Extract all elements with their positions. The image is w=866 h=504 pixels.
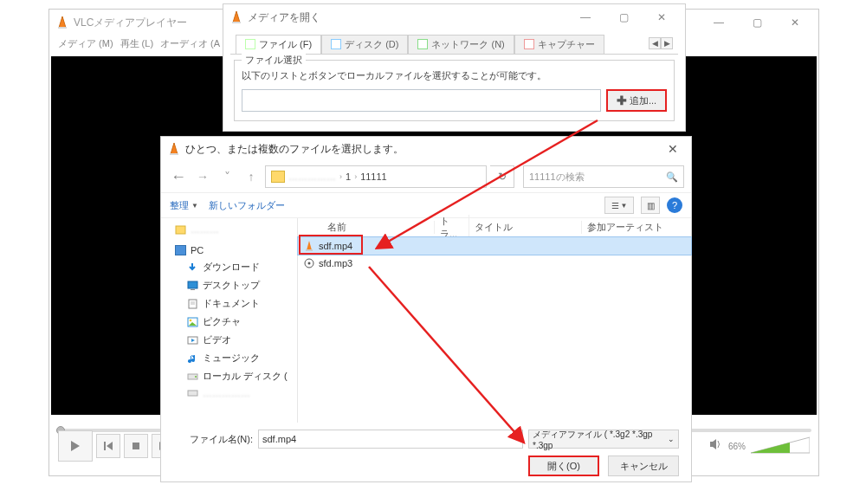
volume-area: 66% [709,436,810,456]
file-list-textbox[interactable] [242,89,601,112]
close-button[interactable]: ✕ [645,4,678,30]
file-row[interactable]: sfd.mp3 [298,255,691,272]
open-media-dialog: メディアを開く — ▢ ✕ ファイル (F) ディスク (D) ネットワーク (… [223,3,686,132]
tree-item-blurred[interactable]: ……… [161,222,297,237]
tree-item-pictures[interactable]: ピクチャ [161,313,297,331]
maximize-button[interactable]: ▢ [607,4,640,30]
disc-tab-icon [331,39,341,49]
file-dialog-titlebar: ひとつ、または複数のファイルを選択します。 ✕ [161,137,691,161]
col-title[interactable]: タイトル [469,221,582,234]
prev-button[interactable] [96,434,120,458]
vlc-cone-icon [168,142,180,156]
file-type-filter[interactable]: メディアファイル ( *.3g2 *.3gp *.3gp ⌄ [528,430,679,449]
stop-button[interactable] [124,434,148,458]
file-dialog-title: ひとつ、または複数のファイルを選択します。 [185,142,404,157]
close-button[interactable]: ✕ [779,10,811,36]
col-track[interactable]: トラ... [435,215,469,241]
nav-forward-button[interactable]: → [192,166,213,187]
preview-pane-button[interactable]: ▥ [641,197,660,214]
svg-rect-5 [132,443,139,449]
file-name: sfd.mp3 [319,258,352,268]
menu-audio[interactable]: オーディオ (A [160,37,220,50]
play-button[interactable] [58,430,93,462]
svg-marker-8 [710,439,716,449]
tree-item-pc[interactable]: PC [161,242,297,258]
disk-icon [187,388,198,398]
nav-back-button[interactable]: ← [168,166,189,187]
breadcrumb-part2[interactable]: 11111 [360,171,387,182]
svg-marker-11 [233,11,240,23]
svg-point-31 [308,262,311,265]
file-selection-group: ファイル選択 以下のリストとボタンでローカルファイルを選択することが可能です。 … [234,60,675,121]
minimize-button[interactable]: — [569,4,602,30]
picture-icon [187,317,198,327]
address-bar[interactable]: …………… › 1 › 11111 [265,165,487,188]
audio-file-icon [303,257,315,269]
help-button[interactable]: ? [667,197,682,213]
chevron-down-icon[interactable]: ▾ [515,433,520,442]
refresh-button[interactable]: ↻ [490,165,514,188]
col-artist[interactable]: 参加アーティスト [582,221,691,234]
download-icon [187,262,198,273]
file-dialog-toolbar: 整理 ▼ 新しいフォルダー ☰▼ ▥ ? [161,192,691,218]
file-open-dialog: ひとつ、または複数のファイルを選択します。 ✕ ← → ˅ ↑ …………… › … [160,136,692,482]
disk-icon [187,372,198,382]
tree-item-videos[interactable]: ビデオ [161,331,297,349]
file-row[interactable]: sdf.mp4 [298,237,691,255]
chevron-down-icon: ⌄ [668,435,675,443]
search-icon: 🔍 [666,171,678,183]
cancel-button[interactable]: キャンセル [608,456,679,476]
nav-recent-dropdown[interactable]: ˅ [216,166,237,187]
search-input[interactable]: 11111の検索 🔍 [523,165,684,188]
close-button[interactable]: ✕ [662,142,684,156]
open-media-title: メディアを開く [248,10,320,25]
breadcrumb-part1[interactable]: 1 [346,171,351,182]
tab-scroll-left[interactable]: ◀ [649,37,661,49]
vlc-cone-icon [230,10,242,24]
new-folder-button[interactable]: 新しいフォルダー [209,199,285,212]
menu-playback[interactable]: 再生 (L) [120,37,154,50]
tab-disc[interactable]: ディスク (D) [321,35,408,54]
nav-up-button[interactable]: ↑ [241,166,262,187]
tree-item-desktop[interactable]: デスクトップ [161,276,297,294]
document-icon [187,299,198,309]
speaker-icon[interactable] [709,438,723,454]
tree-item-blurred-2[interactable]: …………… [161,385,297,401]
tab-network[interactable]: ネットワーク (N) [408,35,514,54]
svg-rect-1 [58,27,67,29]
svg-rect-27 [188,391,197,396]
open-button[interactable]: 開く(O) [528,456,599,476]
video-icon [187,335,198,346]
svg-point-22 [190,319,192,321]
svg-rect-3 [104,442,106,450]
volume-percent-label: 66% [728,442,746,451]
volume-slider[interactable] [751,436,810,456]
file-selection-legend: ファイル選択 [242,54,306,67]
filename-input[interactable]: sdf.mp4 ▾ [258,430,523,449]
music-icon [187,353,198,364]
svg-rect-15 [176,226,185,234]
col-name[interactable]: 名前 [322,221,435,234]
tree-item-downloads[interactable]: ダウンロード [161,258,297,276]
tab-capture[interactable]: キャプチャー [514,35,604,54]
add-file-button[interactable]: ✚ 追加... [606,89,667,112]
svg-marker-4 [107,442,113,450]
tab-scroll-right[interactable]: ▶ [661,37,673,49]
maximize-button[interactable]: ▢ [740,10,773,36]
open-media-titlebar: メディアを開く — ▢ ✕ [223,4,685,30]
file-dialog-bottom: ファイル名(N): sdf.mp4 ▾ メディアファイル ( *.3g2 *.3… [161,423,691,483]
tab-file[interactable]: ファイル (F) [236,35,321,54]
tab-scroll: ◀ ▶ [649,37,673,49]
capture-tab-icon [524,39,534,49]
desktop-icon [187,281,198,291]
menu-media[interactable]: メディア (M) [58,37,113,50]
chevron-down-icon: ▼ [191,202,198,210]
tree-item-localdisk[interactable]: ローカル ディスク ( [161,367,297,385]
tree-item-documents[interactable]: ドキュメント [161,294,297,313]
organize-menu[interactable]: 整理 ▼ [170,199,198,212]
plus-icon: ✚ [617,94,627,107]
tree-item-music[interactable]: ミュージック [161,349,297,367]
minimize-button[interactable]: — [702,10,735,36]
view-mode-button[interactable]: ☰▼ [604,197,634,214]
open-media-tabs: ファイル (F) ディスク (D) ネットワーク (N) キャプチャー ◀ ▶ [230,32,678,55]
